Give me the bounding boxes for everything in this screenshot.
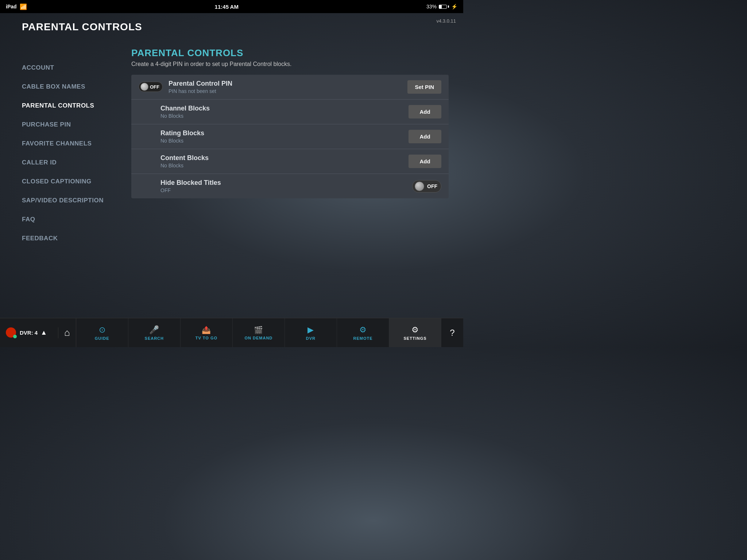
nav-item-guide[interactable]: ⊙ GUIDE bbox=[76, 318, 128, 347]
settings-icon: ⚙ bbox=[411, 325, 419, 335]
row-label-content: Content Blocks bbox=[160, 154, 409, 162]
row-label-hide: Hide Blocked Titles bbox=[160, 179, 412, 187]
toggle-off-label: OFF bbox=[150, 84, 161, 90]
content-area: ACCOUNT CABLE BOX NAMES PARENTAL CONTROL… bbox=[0, 47, 463, 318]
row-sublabel-content: No Blocks bbox=[160, 163, 409, 168]
dvr-label: DVR: 4 bbox=[20, 330, 38, 336]
sidebar-item-cable-box-names[interactable]: CABLE BOX NAMES bbox=[22, 77, 124, 96]
row-channel-blocks: Channel Blocks No Blocks Add bbox=[131, 100, 449, 124]
add-content-button[interactable]: Add bbox=[409, 155, 441, 168]
row-content-rating: Rating Blocks No Blocks bbox=[139, 129, 409, 144]
sidebar: ACCOUNT CABLE BOX NAMES PARENTAL CONTROL… bbox=[0, 47, 124, 318]
search-label: SEARCH bbox=[145, 336, 164, 341]
hide-blocked-toggle[interactable]: OFF bbox=[412, 180, 441, 192]
nav-item-tv-to-go[interactable]: 📤 TV TO GO bbox=[181, 318, 233, 347]
row-label-channel: Channel Blocks bbox=[160, 105, 409, 112]
row-label-rating: Rating Blocks bbox=[160, 129, 409, 137]
record-dot-green bbox=[13, 335, 17, 338]
row-action-hide: OFF bbox=[412, 180, 441, 192]
guide-icon: ⊙ bbox=[99, 325, 105, 335]
battery-percent: 33% bbox=[426, 4, 437, 9]
row-hide-blocked: Hide Blocked Titles OFF OFF bbox=[131, 174, 449, 198]
on-demand-label: ON DEMAND bbox=[244, 336, 272, 340]
version-label: v4.3.0.11 bbox=[437, 18, 456, 24]
tv-to-go-icon: 📤 bbox=[202, 326, 211, 334]
page-title: PARENTAL CONTROLS bbox=[22, 21, 142, 33]
row-content-hide: Hide Blocked Titles OFF bbox=[139, 179, 412, 193]
remote-icon: ⚙ bbox=[359, 325, 367, 335]
row-content-pin: Parental Control PIN PIN has not been se… bbox=[169, 80, 407, 94]
settings-label: SETTINGS bbox=[404, 336, 427, 341]
row-sublabel-channel: No Blocks bbox=[160, 113, 409, 119]
row-content-channel: Channel Blocks No Blocks bbox=[139, 105, 409, 119]
bottom-nav: DVR: 4 ▲ ⌂ ⊙ GUIDE 🎤 SEARCH 📤 TV TO GO 🎬… bbox=[0, 318, 463, 347]
row-content-content: Content Blocks No Blocks bbox=[139, 154, 409, 168]
toggle-knob bbox=[140, 83, 148, 91]
dvr-icon: ▶ bbox=[307, 325, 314, 335]
home-button[interactable]: ⌂ bbox=[58, 318, 76, 347]
row-sublabel-rating: No Blocks bbox=[160, 138, 409, 144]
status-right: 33% ⚡ bbox=[426, 4, 457, 9]
remote-label: REMOTE bbox=[353, 336, 372, 341]
nav-items: ⊙ GUIDE 🎤 SEARCH 📤 TV TO GO 🎬 ON DEMAND … bbox=[76, 318, 441, 347]
row-action-channel: Add bbox=[409, 105, 441, 118]
row-rating-blocks: Rating Blocks No Blocks Add bbox=[131, 124, 449, 149]
dvr-nav-label: DVR bbox=[306, 336, 316, 341]
set-pin-button[interactable]: Set PIN bbox=[407, 80, 441, 94]
time-label: 11:45 AM bbox=[215, 4, 239, 10]
nav-item-dvr[interactable]: ▶ DVR bbox=[285, 318, 337, 347]
nav-item-search[interactable]: 🎤 SEARCH bbox=[128, 318, 181, 347]
tv-to-go-label: TV TO GO bbox=[196, 336, 217, 340]
dvr-info: DVR: 4 ▲ bbox=[0, 327, 58, 338]
battery-icon bbox=[439, 5, 449, 9]
row-content-blocks: Content Blocks No Blocks Add bbox=[131, 149, 449, 174]
master-toggle[interactable]: OFF bbox=[139, 82, 163, 92]
search-icon: 🎤 bbox=[149, 325, 159, 335]
nav-item-settings[interactable]: ⚙ SETTINGS bbox=[389, 318, 441, 347]
status-left: iPad 📶 bbox=[6, 3, 27, 10]
sidebar-item-sap-video[interactable]: SAP/VIDEO DESCRIPTION bbox=[22, 191, 124, 210]
settings-table: OFF Parental Control PIN PIN has not bee… bbox=[131, 75, 449, 198]
record-indicator bbox=[6, 327, 17, 338]
charging-icon: ⚡ bbox=[451, 4, 457, 9]
row-sublabel-pin: PIN has not been set bbox=[169, 88, 407, 94]
sidebar-item-faq[interactable]: FAQ bbox=[22, 210, 124, 229]
sidebar-item-feedback[interactable]: FEEDBACK bbox=[22, 229, 124, 248]
on-demand-icon: 🎬 bbox=[254, 326, 263, 334]
sidebar-item-purchase-pin[interactable]: PURCHASE PIN bbox=[22, 115, 124, 134]
dvr-up-arrow[interactable]: ▲ bbox=[40, 329, 47, 337]
device-label: iPad bbox=[6, 4, 17, 9]
hide-blocked-knob bbox=[415, 182, 424, 191]
sidebar-item-account[interactable]: ACCOUNT bbox=[22, 58, 124, 77]
add-channel-button[interactable]: Add bbox=[409, 105, 441, 118]
wifi-icon: 📶 bbox=[20, 3, 27, 10]
status-bar: iPad 📶 11:45 AM 33% ⚡ bbox=[0, 0, 463, 13]
help-button[interactable]: ? bbox=[441, 328, 463, 338]
guide-label: GUIDE bbox=[95, 336, 109, 341]
panel-subtitle: Create a 4-digit PIN in order to set up … bbox=[131, 61, 449, 67]
nav-item-on-demand[interactable]: 🎬 ON DEMAND bbox=[233, 318, 285, 347]
row-action-rating: Add bbox=[409, 130, 441, 143]
row-action-pin: Set PIN bbox=[407, 80, 441, 94]
main-panel: PARENTAL CONTROLS Create a 4-digit PIN i… bbox=[124, 47, 463, 318]
panel-title: PARENTAL CONTROLS bbox=[131, 47, 449, 59]
row-sublabel-hide: OFF bbox=[160, 187, 412, 193]
sidebar-item-favorite-channels[interactable]: FAVORITE CHANNELS bbox=[22, 134, 124, 153]
row-action-content: Add bbox=[409, 155, 441, 168]
help-icon: ? bbox=[450, 328, 454, 338]
sidebar-item-closed-captioning[interactable]: CLOSED CAPTIONING bbox=[22, 172, 124, 191]
home-icon: ⌂ bbox=[64, 327, 70, 338]
sidebar-item-parental-controls[interactable]: PARENTAL CONTROLS bbox=[22, 96, 124, 115]
nav-item-remote[interactable]: ⚙ REMOTE bbox=[337, 318, 389, 347]
hide-blocked-label: OFF bbox=[426, 183, 439, 189]
sidebar-item-caller-id[interactable]: CALLER ID bbox=[22, 153, 124, 172]
row-parental-pin: OFF Parental Control PIN PIN has not bee… bbox=[131, 75, 449, 100]
add-rating-button[interactable]: Add bbox=[409, 130, 441, 143]
row-label-pin: Parental Control PIN bbox=[169, 80, 407, 88]
